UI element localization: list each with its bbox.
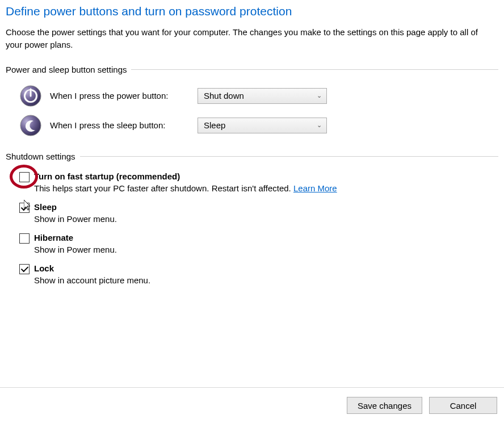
sleep-desc: Show in Power menu. [34,214,498,224]
lock-title: Lock [34,263,54,273]
footer-divider [0,387,504,388]
lock-item: Lock Show in account picture menu. [19,263,498,285]
fast-startup-checkbox[interactable] [19,172,30,182]
power-icon [19,85,42,107]
page-title: Define power buttons and turn on passwor… [6,5,498,18]
footer-button-bar: Save changes Cancel [347,397,497,414]
power-button-label: When I press the power button: [50,91,198,100]
sleep-icon [19,114,42,137]
save-changes-button[interactable]: Save changes [347,397,422,414]
fast-startup-desc: This helps start your PC faster after sh… [34,183,498,193]
shutdown-settings-label: Shutdown settings [6,152,80,161]
chevron-down-icon: ⌄ [317,92,322,99]
page-description: Choose the power settings that you want … [6,26,498,51]
chevron-down-icon: ⌄ [317,122,322,129]
power-button-dropdown[interactable]: Shut down ⌄ [198,88,327,104]
sleep-checkbox[interactable] [19,203,30,213]
learn-more-link[interactable]: Learn More [293,183,337,193]
hibernate-checkbox[interactable] [19,233,30,244]
shutdown-section-header: Shutdown settings [6,152,498,161]
fast-startup-item: Turn on fast startup (recommended) This … [19,171,498,193]
power-button-row: When I press the power button: Shut down… [6,85,498,107]
sleep-button-dropdown[interactable]: Sleep ⌄ [198,118,327,133]
fast-startup-title: Turn on fast startup (recommended) [34,171,180,181]
svg-point-3 [20,115,41,136]
power-button-value: Shut down [204,91,244,100]
button-settings-section-header: Power and sleep button settings [6,65,498,74]
lock-checkbox[interactable] [19,264,30,274]
divider [80,156,498,157]
sleep-button-value: Sleep [204,120,225,130]
button-settings-label: Power and sleep button settings [6,65,131,74]
hibernate-desc: Show in Power menu. [34,245,498,254]
divider [131,69,498,70]
lock-desc: Show in account picture menu. [34,275,498,285]
sleep-button-label: When I press the sleep button: [50,120,198,130]
cancel-button[interactable]: Cancel [429,397,497,414]
sleep-title: Sleep [34,202,57,212]
hibernate-item: Hibernate Show in Power menu. [19,233,498,254]
sleep-button-row: When I press the sleep button: Sleep ⌄ [6,114,498,137]
sleep-item: Sleep Show in Power menu. [19,202,498,224]
hibernate-title: Hibernate [34,233,73,242]
